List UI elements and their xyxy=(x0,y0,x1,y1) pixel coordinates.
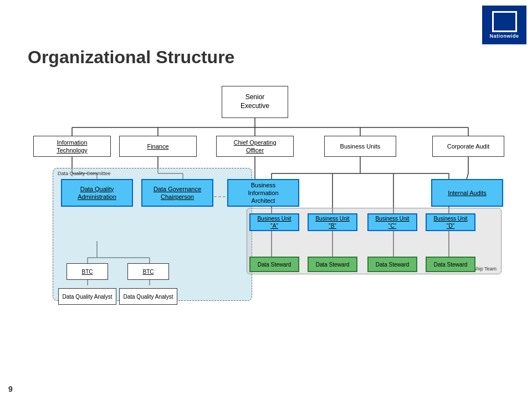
corporate-audit-label: Corporate Audit xyxy=(447,142,489,150)
data-governance-chairperson-label: Data Governance Chairperson xyxy=(154,185,201,201)
quality-committee-label: Data Quality Committee xyxy=(58,171,111,176)
business-units-label: Business Units xyxy=(340,142,381,150)
chief-operating-officer-box: Chief Operating Officer xyxy=(216,136,294,157)
data-steward-b-label: Data Steward xyxy=(316,261,350,268)
logo-square xyxy=(492,11,517,32)
data-quality-admin-box: Data Quality Administration xyxy=(61,179,133,207)
nationwide-logo: Nationwide xyxy=(482,6,526,44)
information-technology-label: Information Technology xyxy=(57,139,88,155)
data-steward-a-label: Data Steward xyxy=(258,261,291,268)
bu-c-label: Business Unit "C" xyxy=(375,215,409,229)
bu-a-label: Business Unit "A" xyxy=(257,215,291,229)
data-steward-d-box: Data Steward xyxy=(426,257,475,272)
svg-line-21 xyxy=(467,173,468,179)
org-chart: Data Quality Committee Data Stewardship … xyxy=(17,80,526,382)
dq-analyst-2-label: Data Quality Analyst xyxy=(123,293,173,300)
data-quality-admin-label: Data Quality Administration xyxy=(78,185,116,201)
bu-d-label: Business Unit "D" xyxy=(433,215,467,229)
btc-2-label: BTC xyxy=(143,268,154,275)
finance-label: Finance xyxy=(147,142,168,150)
data-steward-d-label: Data Steward xyxy=(434,261,468,268)
bia-label: Business Information Architect xyxy=(248,181,278,205)
data-steward-c-box: Data Steward xyxy=(367,257,417,272)
logo-text: Nationwide xyxy=(489,33,519,39)
btc-1-label: BTC xyxy=(82,268,93,275)
bu-b-label: Business Unit "B" xyxy=(315,215,349,229)
senior-executive-label: Senior Executive xyxy=(241,93,269,110)
data-steward-c-label: Data Steward xyxy=(376,261,410,268)
page-title: Organizational Structure xyxy=(28,47,234,68)
bu-b-box: Business Unit "B" xyxy=(308,213,357,231)
btc-2-box: BTC xyxy=(127,263,169,280)
page-number: 9 xyxy=(8,385,13,393)
coo-label: Chief Operating Officer xyxy=(233,139,276,155)
dq-analyst-1-box: Data Quality Analyst xyxy=(58,288,116,305)
dq-analyst-2-box: Data Quality Analyst xyxy=(119,288,177,305)
business-units-box: Business Units xyxy=(324,136,396,157)
data-governance-chairperson-box: Data Governance Chairperson xyxy=(141,179,213,207)
bu-d-box: Business Unit "D" xyxy=(426,213,475,231)
bu-a-box: Business Unit "A" xyxy=(249,213,299,231)
internal-audits-label: Internal Audits xyxy=(448,189,487,197)
internal-audits-box: Internal Audits xyxy=(431,179,503,207)
corporate-audit-box: Corporate Audit xyxy=(432,136,504,157)
bu-c-box: Business Unit "C" xyxy=(367,213,417,231)
finance-box: Finance xyxy=(119,136,197,157)
business-info-architect-box: Business Information Architect xyxy=(227,179,299,207)
senior-executive-box: Senior Executive xyxy=(222,86,288,118)
information-technology-box: Information Technology xyxy=(33,136,111,157)
data-steward-a-box: Data Steward xyxy=(249,257,299,272)
dq-analyst-1-label: Data Quality Analyst xyxy=(62,293,112,300)
btc-1-box: BTC xyxy=(66,263,108,280)
data-steward-b-box: Data Steward xyxy=(308,257,357,272)
